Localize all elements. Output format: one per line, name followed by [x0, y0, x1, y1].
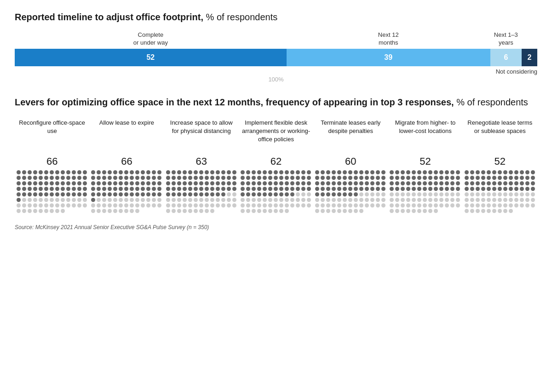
- dot: [246, 170, 250, 174]
- dot: [188, 181, 192, 185]
- dot: [108, 170, 112, 174]
- dot: [17, 209, 21, 213]
- dot: [83, 170, 87, 174]
- section1-title: Reported timeline to adjust office footp…: [15, 11, 537, 23]
- dot: [91, 170, 95, 174]
- lever-dots-5: [390, 170, 460, 213]
- dot: [487, 170, 491, 174]
- dot: [28, 192, 32, 196]
- dot: [108, 198, 112, 202]
- dot: [450, 170, 454, 174]
- dot: [166, 203, 170, 208]
- dot: [509, 181, 513, 185]
- dot: [395, 209, 399, 213]
- dot: [227, 170, 231, 174]
- dot: [146, 187, 150, 191]
- dot: [268, 187, 272, 191]
- dot: [39, 187, 43, 191]
- dot: [66, 198, 70, 202]
- dot: [279, 170, 283, 174]
- dot: [290, 170, 294, 174]
- dot: [77, 176, 81, 180]
- dot: [39, 192, 43, 196]
- dot: [108, 192, 112, 196]
- dot: [188, 203, 192, 208]
- dot: [307, 198, 311, 202]
- dot: [124, 203, 128, 208]
- dot: [406, 176, 410, 180]
- dot: [434, 209, 438, 213]
- dot: [199, 203, 203, 208]
- dot: [33, 198, 37, 202]
- dot: [61, 203, 65, 208]
- dot: [22, 181, 26, 185]
- dot: [337, 203, 341, 208]
- dot: [428, 192, 432, 196]
- dot: [55, 198, 59, 202]
- dot: [476, 209, 480, 213]
- dot: [66, 192, 70, 196]
- dot: [22, 209, 26, 213]
- dot: [359, 187, 363, 191]
- dot: [365, 170, 369, 174]
- dot: [520, 181, 524, 185]
- dot: [227, 187, 231, 191]
- dot: [124, 192, 128, 196]
- dot: [395, 198, 399, 202]
- dot: [376, 192, 380, 196]
- dot: [370, 187, 374, 191]
- dot: [183, 203, 187, 208]
- dot: [83, 187, 87, 191]
- lever-value-4: 60: [345, 156, 356, 167]
- dot: [28, 198, 32, 202]
- dot: [141, 170, 145, 174]
- dot: [390, 176, 394, 180]
- dot: [91, 209, 95, 213]
- dot: [492, 176, 496, 180]
- dot: [520, 198, 524, 202]
- dot: [172, 170, 176, 174]
- dot: [50, 181, 54, 185]
- dot: [61, 181, 65, 185]
- dot: [307, 181, 311, 185]
- dot: [22, 176, 26, 180]
- dot: [108, 176, 112, 180]
- dot: [268, 181, 272, 185]
- dot: [108, 203, 112, 208]
- dot: [241, 203, 245, 208]
- dot: [130, 192, 134, 196]
- dot: [141, 192, 145, 196]
- dot: [119, 181, 123, 185]
- dot: [135, 170, 139, 174]
- dot: [307, 176, 311, 180]
- dot: [252, 176, 256, 180]
- dot: [365, 192, 369, 196]
- dot: [108, 181, 112, 185]
- dot: [241, 209, 245, 213]
- dot: [119, 209, 123, 213]
- dot: [50, 209, 54, 213]
- dot: [498, 181, 502, 185]
- dot: [274, 176, 278, 180]
- dot: [370, 198, 374, 202]
- dot: [130, 187, 134, 191]
- dot: [221, 192, 225, 196]
- dot: [390, 209, 394, 213]
- dot: [130, 203, 134, 208]
- dot: [439, 192, 443, 196]
- dot: [102, 176, 106, 180]
- dot: [390, 198, 394, 202]
- dot: [401, 192, 405, 196]
- dot: [423, 170, 427, 174]
- dot: [55, 209, 59, 213]
- dot: [428, 203, 432, 208]
- dot: [434, 181, 438, 185]
- dot: [268, 209, 272, 213]
- dot: [232, 181, 236, 185]
- dot: [531, 170, 535, 174]
- dot: [172, 181, 176, 185]
- dot: [343, 181, 347, 185]
- dot: [423, 181, 427, 185]
- dot: [102, 170, 106, 174]
- dot: [188, 209, 192, 213]
